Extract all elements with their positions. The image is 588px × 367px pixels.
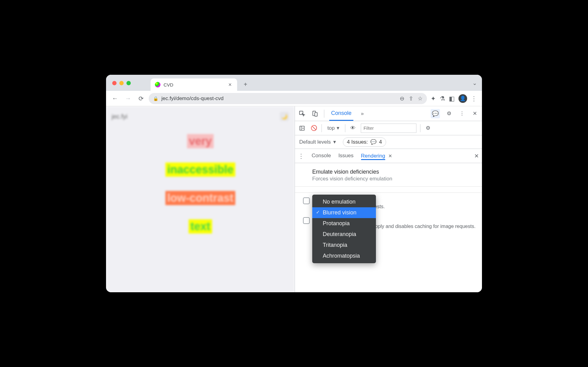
divider [324, 110, 324, 118]
browser-tab[interactable]: CVD × [151, 78, 237, 91]
chat-icon: 💬 [370, 139, 377, 145]
content-area: jec.fyi 🌙 very inaccessible low-contrast… [106, 106, 482, 292]
vision-deficiency-dropdown: No emulation Blurred vision Protanopia D… [312, 195, 376, 263]
console-filter-bar: Default levels ▾ 4 Issues: 💬 4 [295, 135, 482, 149]
checkbox-2[interactable] [303, 217, 310, 224]
divider [345, 124, 345, 132]
console-settings-gear-icon[interactable]: ⚙ [424, 124, 432, 132]
maximize-window-button[interactable] [126, 81, 131, 85]
new-tab-button[interactable]: + [241, 80, 250, 89]
devtools-panel: Console » 💬 ⚙ ⋮ ✕ 🚫 top ▾ 👁 [295, 106, 482, 292]
toolbar-right: ✦ ⚗ ◧ 👤 ⋮ [429, 94, 478, 103]
url-text: jec.fyi/demo/cds-quest-cvd [161, 95, 397, 102]
context-label: top [327, 125, 335, 131]
devtools-menu-icon[interactable]: ⋮ [458, 110, 466, 118]
console-tab[interactable]: Console [329, 106, 353, 121]
demo-word-4: text [189, 219, 212, 234]
sidepanel-icon[interactable]: ◧ [449, 95, 455, 102]
webpage: jec.fyi 🌙 very inaccessible low-contrast… [106, 106, 295, 292]
drawer-close-icon[interactable]: ✕ [474, 153, 479, 159]
address-bar[interactable]: 🔒 jec.fyi/demo/cds-quest-cvd ⊖ ⇪ ☆ [149, 93, 427, 104]
levels-label: Default levels [299, 139, 331, 145]
back-button[interactable]: ← [110, 93, 120, 104]
log-levels-dropdown[interactable]: Default levels ▾ [298, 139, 337, 145]
menu-blurred-vision[interactable]: Blurred vision [312, 207, 376, 218]
svg-rect-2 [315, 112, 317, 116]
emulate-title: Emulate vision deficiencies [312, 169, 478, 175]
devtools-close-icon[interactable]: ✕ [471, 110, 479, 118]
reload-button[interactable]: ⟳ [136, 93, 146, 104]
site-title: jec.fyi [112, 113, 127, 120]
demo-word-1: very [187, 134, 214, 148]
omnibox-actions: ⊖ ⇪ ☆ [400, 95, 423, 102]
drawer-tab-console[interactable]: Console [312, 153, 331, 159]
extensions-icon[interactable]: ✦ [431, 95, 436, 102]
clear-console-icon[interactable]: 🚫 [310, 124, 318, 132]
tabs-menu-chevron-icon[interactable]: ⌄ [472, 80, 477, 86]
favicon-icon [155, 82, 160, 87]
demo-word-2: inaccessible [165, 162, 235, 177]
browser-menu-icon[interactable]: ⋮ [471, 95, 477, 102]
more-tabs-chevron-icon[interactable]: » [358, 110, 366, 118]
tab-title: CVD [164, 82, 224, 87]
menu-achromatopsia[interactable]: Achromatopsia [312, 251, 376, 261]
minimize-window-button[interactable] [119, 81, 124, 85]
emulate-subtitle: Forces vision deficiency emulation [312, 176, 478, 182]
drawer-tabs: ⋮ Console Issues Rendering ✕ ✕ [295, 149, 482, 163]
lock-icon: 🔒 [153, 96, 158, 101]
drawer-tab-issues[interactable]: Issues [338, 153, 353, 159]
profile-avatar[interactable]: 👤 [458, 94, 467, 103]
drawer-more-icon[interactable]: ⋮ [298, 152, 304, 160]
issues-label: 4 Issues: [347, 139, 368, 145]
bookmark-star-icon[interactable]: ☆ [418, 95, 423, 102]
chevron-down-icon: ▾ [333, 139, 336, 145]
window-controls [112, 81, 131, 85]
share-icon[interactable]: ⇪ [409, 95, 413, 102]
emulate-section: Emulate vision deficiencies Forces visio… [295, 163, 482, 187]
zoom-out-icon[interactable]: ⊖ [400, 95, 404, 102]
context-selector[interactable]: top ▾ [326, 125, 341, 131]
tab-close-button[interactable]: × [227, 82, 233, 87]
issues-count: 4 [379, 139, 382, 145]
inspect-icon[interactable] [298, 110, 306, 118]
tab-strip: CVD × + ⌄ [106, 75, 482, 91]
settings-gear-icon[interactable]: ⚙ [445, 110, 453, 118]
menu-no-emulation[interactable]: No emulation [312, 196, 376, 207]
issues-pill[interactable]: 4 Issues: 💬 4 [343, 137, 386, 147]
menu-tritanopia[interactable]: Tritanopia [312, 240, 376, 251]
theme-toggle[interactable]: 🌙 [280, 112, 289, 121]
menu-protanopia[interactable]: Protanopia [312, 218, 376, 229]
browser-toolbar: ← → ⟳ 🔒 jec.fyi/demo/cds-quest-cvd ⊖ ⇪ ☆… [106, 91, 482, 106]
divider [322, 124, 322, 132]
chevron-down-icon: ▾ [337, 125, 339, 131]
console-sidebar-toggle-icon[interactable] [298, 124, 306, 132]
checkbox-1[interactable] [303, 197, 310, 204]
devtools-main-toolbar: Console » 💬 ⚙ ⋮ ✕ [295, 106, 482, 121]
menu-deuteranopia[interactable]: Deuteranopia [312, 229, 376, 240]
browser-window: CVD × + ⌄ ← → ⟳ 🔒 jec.fyi/demo/cds-quest… [106, 75, 482, 292]
forward-button[interactable]: → [123, 93, 133, 104]
close-window-button[interactable] [112, 81, 117, 85]
console-filter-input[interactable] [361, 124, 416, 133]
issues-chat-icon[interactable]: 💬 [431, 109, 440, 118]
live-expression-eye-icon[interactable]: 👁 [349, 124, 357, 132]
drawer-tab-close-icon[interactable]: ✕ [388, 153, 392, 159]
labs-icon[interactable]: ⚗ [440, 95, 445, 102]
console-toolbar: 🚫 top ▾ 👁 ⚙ [295, 121, 482, 135]
divider [420, 124, 420, 132]
drawer-tab-rendering[interactable]: Rendering [361, 153, 385, 160]
device-toggle-icon[interactable] [311, 110, 319, 118]
demo-word-3: low-contrast [165, 191, 235, 205]
